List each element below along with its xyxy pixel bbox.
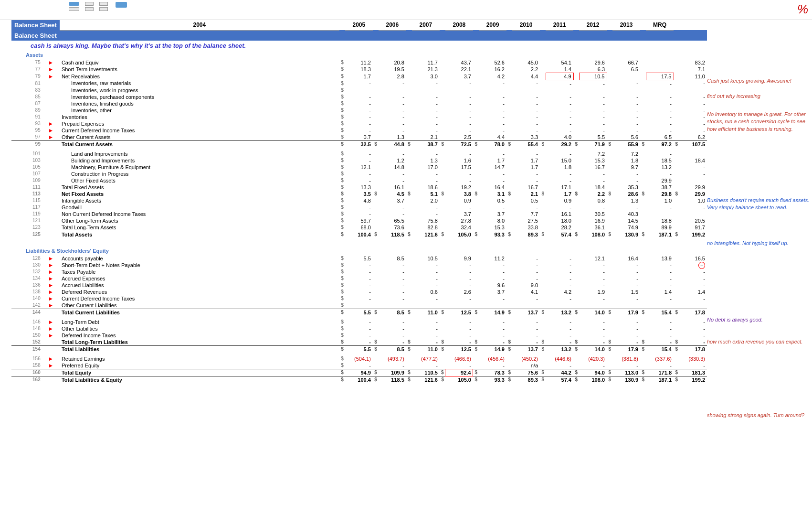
cell-value: -: [646, 100, 674, 107]
dollar-sign: [506, 87, 512, 94]
dollar-sign: [373, 289, 379, 295]
dollar-sign: [440, 100, 445, 107]
dollar-sign: [506, 114, 512, 120]
drill-down-arrow[interactable]: ▶: [42, 319, 60, 325]
dollar-sign: [607, 197, 612, 204]
dollar-sign: $: [473, 339, 479, 346]
annual-button[interactable]: [85, 2, 94, 6]
drill-down-arrow: [42, 184, 60, 191]
cell-value: -: [479, 127, 506, 134]
cell-value: -: [512, 171, 540, 177]
dollar-sign: [674, 59, 679, 66]
drill-down-arrow[interactable]: ▶: [42, 355, 60, 362]
cell-value: -: [412, 319, 440, 325]
dollar-sign: [540, 282, 546, 289]
cell-value: 57.4: [546, 231, 573, 238]
drill-down-arrow[interactable]: ▶: [42, 282, 60, 289]
row-number: 121: [11, 217, 42, 224]
cell-value: -: [546, 94, 573, 100]
cell-value: 108.0: [579, 376, 607, 383]
dollar-sign: [473, 204, 479, 211]
cell-value: 16.1: [546, 211, 573, 217]
drill-down-arrow[interactable]: ▶: [42, 127, 60, 134]
dollar-sign: [473, 355, 479, 362]
row-label: Prepaid Expenses: [60, 120, 339, 127]
cell-value: 7.1: [679, 66, 707, 73]
dollar-sign: [406, 332, 412, 339]
dollar-sign: [640, 355, 646, 362]
cell-value: 15.4: [646, 309, 674, 316]
drill-down-arrow[interactable]: ▶: [42, 275, 60, 282]
cell-value: 13.2: [646, 164, 674, 171]
drill-down-arrow: [42, 157, 60, 164]
dollar-sign: [406, 295, 412, 302]
dollar-sign: $: [440, 345, 445, 353]
drill-down-arrow[interactable]: ▶: [42, 73, 60, 80]
quarterly-button[interactable]: [85, 7, 94, 11]
cell-value: -: [646, 295, 674, 302]
drill-down-arrow[interactable]: ▶: [42, 59, 60, 66]
row-label: Deferred Income Taxes: [60, 332, 339, 339]
cell-value: -: [412, 94, 440, 100]
cell-value: -: [512, 275, 540, 282]
dollar-sign: [440, 282, 445, 289]
dollar-sign: [573, 171, 579, 177]
row-number: 105: [11, 164, 42, 171]
dollar-sign: [473, 87, 479, 94]
dollar-sign: [506, 171, 512, 177]
hide-chg-button[interactable]: [99, 2, 108, 6]
dollar-sign: $: [373, 191, 379, 197]
drill-down-arrow[interactable]: ▶: [42, 289, 60, 295]
dollar-sign: $: [506, 376, 512, 383]
drill-down-arrow[interactable]: ▶: [42, 362, 60, 369]
cell-value: 130.9: [612, 231, 640, 238]
drill-down-arrow[interactable]: ▶: [42, 332, 60, 339]
brand-percent: %: [797, 2, 808, 16]
drill-down-arrow[interactable]: ▶: [42, 325, 60, 332]
drill-down-arrow[interactable]: ▶: [42, 134, 60, 141]
row-label: Construction in Progress: [60, 171, 339, 177]
row-number: 142: [11, 302, 42, 309]
drill-down-arrow[interactable]: ▶: [42, 269, 60, 275]
dollar-sign: [406, 80, 412, 87]
dollar-sign: [573, 73, 579, 80]
dollar-sign: $: [473, 309, 479, 316]
drill-down-arrow[interactable]: ▶: [42, 262, 60, 269]
cell-value: -: [479, 362, 506, 369]
drill-down-arrow[interactable]: ▶: [42, 295, 60, 302]
dollar-sign: [607, 355, 612, 362]
drill-down-arrow[interactable]: ▶: [42, 120, 60, 127]
cell-value: 92.4: [445, 369, 473, 376]
tutorial-button[interactable]: [116, 2, 127, 8]
cell-value: 8.5: [379, 309, 406, 316]
refresh-button[interactable]: [69, 7, 79, 11]
cell-value: 1.4: [546, 66, 573, 73]
drill-down-arrow[interactable]: ▶: [42, 66, 60, 73]
row-number: 97: [11, 134, 42, 141]
cell-value: 33.8: [512, 224, 540, 231]
dollar-sign: [506, 150, 512, 157]
annotation: Business doesn't require much fixed asse…: [707, 197, 812, 212]
dollar-sign: [674, 177, 679, 184]
cell-value: 2.0: [412, 197, 440, 204]
dollar-sign: [640, 66, 646, 73]
dollar-sign: [506, 184, 512, 191]
drill-down-arrow: [42, 191, 60, 197]
cell-value: -: [412, 211, 440, 217]
cell-value: 187.1: [646, 231, 674, 238]
cell-value: -: [345, 80, 373, 87]
dollar-sign: [607, 87, 612, 94]
drill-down-arrow[interactable]: ▶: [42, 255, 60, 262]
cell-value: -: [612, 332, 640, 339]
dollar-sign: [473, 120, 479, 127]
cell-value: -: [379, 295, 406, 302]
show-chg-button[interactable]: [99, 7, 108, 11]
drill-down-arrow[interactable]: ▶: [42, 302, 60, 309]
dollar-sign: $: [473, 140, 479, 148]
dollar-sign: [540, 107, 546, 114]
dollar-sign: [573, 127, 579, 134]
dollar-sign: [473, 94, 479, 100]
enter-ticker-button[interactable]: [69, 2, 79, 6]
cell-value: -: [612, 262, 640, 269]
cell-value: 110.5: [412, 369, 440, 376]
